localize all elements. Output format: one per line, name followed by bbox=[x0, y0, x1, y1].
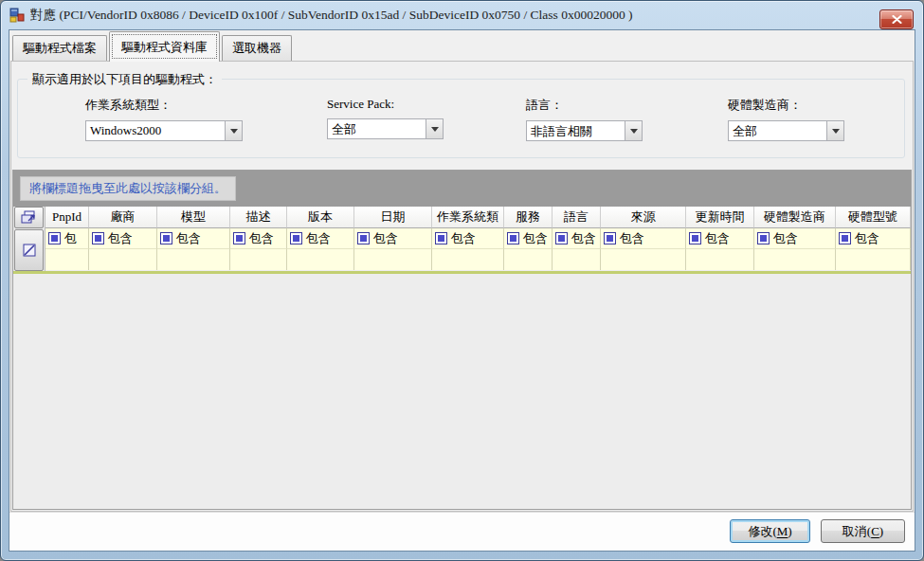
column-header-hw-manufacturer[interactable]: 硬體製造商 bbox=[754, 207, 836, 228]
filter-cell-language[interactable]: 包含 bbox=[553, 228, 601, 249]
column-header-model[interactable]: 模型 bbox=[157, 207, 230, 228]
service-pack-dropdown-button[interactable] bbox=[426, 119, 443, 138]
filter-cell-description[interactable]: 包含 bbox=[230, 228, 287, 249]
language-value: 非語言相關 bbox=[527, 121, 625, 140]
empty-cell bbox=[754, 249, 836, 270]
grid-header-row: PnpId 廠商 模型 描述 版本 日期 作業系統類 服務 語言 來源 更新時間… bbox=[45, 207, 911, 228]
hw-manufacturer-value: 全部 bbox=[729, 121, 826, 140]
column-header-date[interactable]: 日期 bbox=[354, 207, 432, 228]
hw-manufacturer-dropdown-button[interactable] bbox=[826, 121, 843, 140]
filter-cell-label: 包含 bbox=[855, 230, 879, 247]
filter-condition-icon[interactable] bbox=[435, 232, 447, 244]
filter-condition-icon[interactable] bbox=[839, 232, 851, 244]
empty-cell bbox=[157, 249, 230, 270]
empty-cell bbox=[287, 249, 354, 270]
language-dropdown-button[interactable] bbox=[625, 121, 642, 140]
filter-condition-icon[interactable] bbox=[757, 232, 770, 244]
field-os-type: 作業系統類型： Windows2000 bbox=[85, 97, 243, 141]
tab-select-machine[interactable]: 選取機器 bbox=[222, 35, 292, 61]
chevron-down-icon bbox=[630, 129, 638, 134]
empty-cell bbox=[89, 249, 157, 270]
chevron-down-icon bbox=[832, 129, 840, 134]
driver-filter-groupbox: 顯示適用於以下項目的驅動程式： 作業系統類型： Windows2000 Serv… bbox=[17, 79, 905, 158]
filter-cell-vendor[interactable]: 包含 bbox=[89, 228, 157, 249]
column-header-vendor[interactable]: 廠商 bbox=[89, 207, 157, 228]
grid-columns-area: PnpId 廠商 模型 描述 版本 日期 作業系統類 服務 語言 來源 更新時間… bbox=[45, 207, 911, 271]
filter-cell-hw-model[interactable]: 包含 bbox=[836, 228, 911, 249]
column-header-service[interactable]: 服務 bbox=[504, 207, 553, 228]
filter-condition-icon[interactable] bbox=[555, 232, 568, 244]
filter-cell-label: 包含 bbox=[249, 230, 274, 247]
filter-cell-hw-manufacturer[interactable]: 包含 bbox=[754, 228, 836, 249]
filter-cell-label: 包含 bbox=[306, 230, 331, 247]
modify-label: 修改( bbox=[748, 524, 776, 538]
service-pack-combobox[interactable]: 全部 bbox=[327, 118, 444, 139]
winforms-app-icon bbox=[9, 8, 25, 23]
filter-condition-icon[interactable] bbox=[357, 232, 370, 244]
empty-cell bbox=[553, 249, 601, 270]
column-header-os-type[interactable]: 作業系統類 bbox=[432, 207, 504, 228]
column-header-update-time[interactable]: 更新時間 bbox=[686, 207, 754, 228]
filter-cell-source[interactable]: 包含 bbox=[601, 228, 686, 249]
column-header-hw-model[interactable]: 硬體型號 bbox=[836, 207, 911, 228]
filter-cell-version[interactable]: 包含 bbox=[287, 228, 354, 249]
os-type-combobox[interactable]: Windows2000 bbox=[85, 120, 243, 141]
column-chooser-icon bbox=[21, 210, 37, 225]
filter-cell-label: 包含 bbox=[176, 230, 201, 247]
filter-cell-label: 包含 bbox=[523, 230, 548, 247]
dialog-window: 對應 (PCI/VendorID 0x8086 / DeviceID 0x100… bbox=[0, 0, 924, 561]
os-type-value: Windows2000 bbox=[86, 121, 225, 140]
tab-driver-files[interactable]: 驅動程式檔案 bbox=[12, 35, 107, 61]
cancel-label: 取消( bbox=[842, 524, 871, 538]
filter-cell-os-type[interactable]: 包含 bbox=[432, 228, 504, 249]
filter-cell-date[interactable]: 包含 bbox=[354, 228, 432, 249]
close-button[interactable] bbox=[879, 9, 914, 29]
filter-condition-icon[interactable] bbox=[507, 232, 519, 244]
hw-manufacturer-combobox[interactable]: 全部 bbox=[728, 120, 844, 141]
chevron-down-icon bbox=[431, 127, 439, 132]
os-type-dropdown-button[interactable] bbox=[225, 121, 242, 140]
filter-condition-icon[interactable] bbox=[689, 232, 701, 244]
grid-empty-filter-line bbox=[45, 249, 911, 270]
filter-condition-icon[interactable] bbox=[233, 232, 245, 244]
titlebar[interactable]: 對應 (PCI/VendorID 0x8086 / DeviceID 0x100… bbox=[1, 1, 923, 29]
tabstrip: 驅動程式檔案 驅動程式資料庫 選取機器 bbox=[12, 34, 294, 61]
modify-button[interactable]: 修改(M) bbox=[730, 519, 810, 543]
empty-cell bbox=[230, 249, 287, 270]
filter-cell-pnpid[interactable]: 包 bbox=[45, 228, 89, 249]
grid-empty-area bbox=[13, 274, 911, 509]
service-pack-label: Service Pack: bbox=[327, 97, 444, 112]
filter-condition-icon[interactable] bbox=[160, 232, 172, 244]
column-header-pnpid[interactable]: PnpId bbox=[45, 207, 89, 228]
empty-cell bbox=[601, 249, 686, 270]
column-header-version[interactable]: 版本 bbox=[287, 207, 354, 228]
tab-driver-database[interactable]: 驅動程式資料庫 bbox=[109, 31, 220, 62]
filter-cell-label: 包含 bbox=[571, 230, 596, 247]
window-title: 對應 (PCI/VendorID 0x8086 / DeviceID 0x100… bbox=[30, 7, 633, 24]
hw-manufacturer-label: 硬體製造商： bbox=[728, 97, 844, 114]
column-header-source[interactable]: 來源 bbox=[601, 207, 686, 228]
filter-condition-icon[interactable] bbox=[604, 232, 616, 244]
empty-cell bbox=[432, 249, 504, 270]
column-header-language[interactable]: 語言 bbox=[553, 207, 601, 228]
groupbox-title: 顯示適用於以下項目的驅動程式： bbox=[27, 71, 222, 88]
grid-table: PnpId 廠商 模型 描述 版本 日期 作業系統類 服務 語言 來源 更新時間… bbox=[13, 207, 911, 271]
filter-cell-model[interactable]: 包含 bbox=[157, 228, 230, 249]
filter-condition-icon[interactable] bbox=[92, 232, 104, 244]
grid-indicator-column bbox=[13, 207, 45, 271]
column-header-description[interactable]: 描述 bbox=[230, 207, 287, 228]
grid-group-by-panel[interactable]: 將欄標題拖曳至此處以按該欄分組。 bbox=[13, 171, 911, 207]
language-label: 語言： bbox=[526, 97, 643, 114]
empty-cell bbox=[686, 249, 754, 270]
filter-cell-update-time[interactable]: 包含 bbox=[686, 228, 754, 249]
filter-condition-icon[interactable] bbox=[290, 232, 302, 244]
cancel-label-end: ) bbox=[879, 524, 883, 538]
language-combobox[interactable]: 非語言相關 bbox=[526, 120, 643, 141]
filter-condition-icon[interactable] bbox=[48, 232, 61, 244]
filter-cell-service[interactable]: 包含 bbox=[504, 228, 553, 249]
driver-grid: 將欄標題拖曳至此處以按該欄分組。 bbox=[12, 170, 912, 510]
cancel-button[interactable]: 取消(C) bbox=[821, 519, 905, 543]
filter-row-indicator[interactable] bbox=[14, 229, 44, 271]
cancel-accesskey: C bbox=[871, 524, 879, 538]
column-chooser-button[interactable] bbox=[14, 207, 44, 228]
